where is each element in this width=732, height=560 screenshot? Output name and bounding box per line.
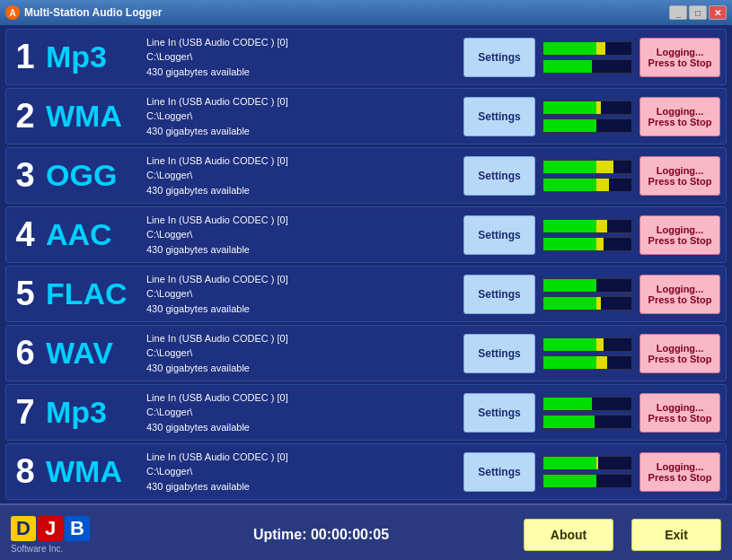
about-button[interactable]: About: [524, 519, 613, 551]
logging-button-6[interactable]: Logging... Press to Stop: [639, 334, 720, 373]
logging-button-2[interactable]: Logging... Press to Stop: [639, 97, 720, 136]
meter-left-4: [542, 219, 632, 233]
meter-left-green-3: [543, 161, 596, 173]
station-number-2: 2: [12, 97, 39, 136]
level-meter-7: [542, 393, 632, 433]
logging-button-4[interactable]: Logging... Press to Stop: [639, 215, 720, 255]
meter-left-bar-5: [543, 279, 631, 292]
station-number-1: 1: [12, 38, 39, 76]
meter-right-green-1: [543, 60, 592, 73]
meter-left-bar-3: [543, 161, 631, 173]
station-number-5: 5: [12, 275, 39, 313]
station-info-5: Line In (USB Audio CODEC ) [0] C:\Logger…: [137, 272, 463, 317]
meter-right-8: [542, 474, 632, 488]
meter-left-green-5: [543, 279, 596, 292]
station-format-7: Mp3: [39, 395, 137, 430]
settings-button-5[interactable]: Settings: [463, 275, 535, 314]
station-number-7: 7: [12, 393, 39, 432]
settings-button-3[interactable]: Settings: [463, 156, 535, 196]
station-info-1: Line In (USB Audio CODEC ) [0] C:\Logger…: [137, 35, 463, 80]
logging-button-1[interactable]: Logging... Press to Stop: [639, 38, 720, 77]
station-info-7: Line In (USB Audio CODEC ) [0] C:\Logger…: [137, 390, 463, 435]
logging-line1-1: Logging...: [657, 47, 704, 57]
station-info-6: Line In (USB Audio CODEC ) [0] C:\Logger…: [137, 331, 463, 376]
station-space-4: 430 gigabytes available: [146, 242, 454, 258]
minimize-button[interactable]: _: [669, 5, 687, 20]
app-icon: A: [5, 5, 20, 20]
meter-left-green-8: [543, 457, 596, 469]
station-info-2: Line In (USB Audio CODEC ) [0] C:\Logger…: [137, 94, 463, 139]
maximize-button[interactable]: □: [689, 5, 707, 20]
meter-left-6: [542, 337, 632, 352]
station-path-3: C:\Logger\: [146, 168, 454, 183]
meter-left-8: [542, 456, 632, 470]
meter-left-green-4: [543, 220, 596, 232]
meter-right-4: [542, 237, 632, 251]
station-info-4: Line In (USB Audio CODEC ) [0] C:\Logger…: [137, 213, 463, 258]
logging-button-7[interactable]: Logging... Press to Stop: [639, 393, 720, 433]
settings-button-7[interactable]: Settings: [463, 393, 535, 433]
logging-line2-8: Press to Stop: [648, 472, 712, 483]
station-input-7: Line In (USB Audio CODEC ) [0]: [146, 390, 454, 406]
main-content: 1 Mp3 Line In (USB Audio CODEC ) [0] C:\…: [0, 25, 732, 503]
station-format-6: WAV: [39, 336, 137, 371]
meter-left-bar-7: [543, 398, 631, 410]
station-row-8: 8 WMA Line In (USB Audio CODEC ) [0] C:\…: [5, 443, 727, 500]
meter-left-bar-6: [543, 338, 631, 351]
logging-line2-1: Press to Stop: [648, 57, 712, 68]
station-row-1: 1 Mp3 Line In (USB Audio CODEC ) [0] C:\…: [5, 29, 727, 85]
logo-area: D J B Software Inc.: [11, 516, 119, 554]
station-number-3: 3: [12, 156, 39, 195]
meter-left-yellow-8: [596, 457, 598, 469]
meter-right-bar-5: [543, 297, 631, 310]
settings-button-1[interactable]: Settings: [463, 38, 535, 77]
logging-button-3[interactable]: Logging... Press to Stop: [639, 156, 720, 196]
meter-left-bar-1: [543, 42, 631, 55]
meter-left-1: [542, 41, 632, 56]
logging-button-8[interactable]: Logging... Press to Stop: [639, 452, 720, 492]
logging-line1-3: Logging...: [657, 165, 704, 176]
meter-left-yellow-1: [596, 42, 605, 55]
station-input-8: Line In (USB Audio CODEC ) [0]: [146, 450, 454, 465]
settings-button-8[interactable]: Settings: [463, 452, 535, 492]
meter-left-yellow-3: [596, 161, 614, 173]
station-row-3: 3 OGG Line In (USB Audio CODEC ) [0] C:\…: [5, 147, 727, 204]
station-path-6: C:\Logger\: [146, 346, 454, 361]
meter-right-bar-7: [543, 416, 631, 428]
station-path-2: C:\Logger\: [146, 109, 454, 124]
station-path-4: C:\Logger\: [146, 227, 454, 242]
station-number-4: 4: [12, 215, 39, 254]
meter-right-green-2: [543, 119, 596, 132]
level-meter-2: [542, 97, 632, 136]
meter-right-green-4: [543, 238, 596, 250]
meter-right-2: [542, 118, 632, 133]
station-format-4: AAC: [39, 217, 137, 252]
meter-right-green-5: [543, 297, 596, 310]
meter-left-3: [542, 160, 632, 174]
meter-right-5: [542, 296, 632, 311]
meter-right-7: [542, 415, 632, 429]
close-button[interactable]: ✕: [709, 5, 727, 20]
level-meter-3: [542, 156, 632, 196]
meter-right-6: [542, 355, 632, 370]
meter-right-green-7: [543, 416, 595, 428]
station-space-3: 430 gigabytes available: [146, 183, 454, 198]
title-bar: A Multi-Station Audio Logger _ □ ✕: [0, 0, 732, 25]
logging-line2-7: Press to Stop: [648, 413, 712, 424]
logging-button-5[interactable]: Logging... Press to Stop: [639, 275, 720, 314]
exit-button[interactable]: Exit: [631, 519, 721, 551]
logging-line1-7: Logging...: [657, 402, 704, 413]
logging-line1-6: Logging...: [657, 343, 704, 354]
settings-button-4[interactable]: Settings: [463, 215, 535, 255]
station-path-7: C:\Logger\: [146, 405, 454, 420]
logging-line2-2: Press to Stop: [648, 117, 712, 127]
meter-right-yellow-6: [596, 356, 607, 369]
settings-button-6[interactable]: Settings: [463, 334, 535, 373]
logging-line2-5: Press to Stop: [648, 294, 712, 305]
station-input-3: Line In (USB Audio CODEC ) [0]: [146, 153, 454, 169]
footer-buttons: About Exit: [524, 519, 721, 551]
station-info-3: Line In (USB Audio CODEC ) [0] C:\Logger…: [137, 153, 463, 198]
meter-left-5: [542, 278, 632, 293]
meter-right-green-3: [543, 179, 596, 191]
settings-button-2[interactable]: Settings: [463, 97, 535, 136]
